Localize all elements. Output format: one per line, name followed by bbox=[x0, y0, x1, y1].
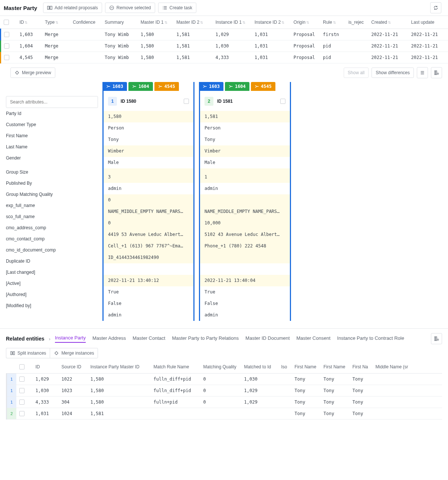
related-tab[interactable]: Instance Party bbox=[55, 335, 86, 343]
cell: Tony bbox=[350, 408, 373, 420]
refresh-button[interactable] bbox=[430, 2, 441, 13]
column-header[interactable]: Master ID 1⇅ bbox=[138, 16, 174, 29]
record-cell: ID_4144334461982490 bbox=[104, 252, 193, 263]
record-cell: Person bbox=[104, 122, 193, 134]
table-row[interactable]: 21,03110241,581TonyTonyTony bbox=[7, 408, 442, 420]
merge-preview-button[interactable]: Merge preview bbox=[10, 68, 55, 78]
record-tab-4545[interactable]: 4545 bbox=[154, 82, 179, 91]
column-header[interactable]: Master ID 2⇅ bbox=[173, 16, 212, 29]
column-header[interactable]: Matched to Id bbox=[241, 361, 278, 374]
related-tab[interactable]: Master Address bbox=[92, 335, 126, 342]
cell: Tony bbox=[292, 385, 321, 397]
column-header[interactable]: Confidence bbox=[70, 16, 102, 29]
cell: Tony bbox=[321, 408, 350, 420]
record-cell: 2022-11-21 13:40:12 bbox=[104, 275, 193, 286]
column-header[interactable]: Last update bbox=[408, 16, 448, 29]
related-tab[interactable]: Master Contact bbox=[133, 335, 165, 342]
column-header[interactable]: Created⇅ bbox=[368, 16, 408, 29]
record-checkbox[interactable] bbox=[280, 99, 285, 104]
column-header[interactable]: First Name bbox=[292, 361, 321, 374]
record-cell: 0 bbox=[104, 217, 193, 229]
record-cell: admin bbox=[200, 183, 290, 194]
record-id-label: ID 1581 bbox=[217, 99, 233, 104]
cell: Proposal bbox=[291, 52, 320, 63]
record-column: 1603160445452ID 15811,581PersonTonyVimbe… bbox=[199, 82, 291, 321]
column-header[interactable]: Instance ID 2⇅ bbox=[252, 16, 291, 29]
cell: Tony Wimb bbox=[102, 52, 138, 63]
column-header[interactable]: Rule⇅ bbox=[320, 16, 346, 29]
attribute-label: cmo_address_comp bbox=[6, 222, 98, 233]
related-tab[interactable]: Instance Party to Contract Role bbox=[337, 335, 404, 342]
record-id-label: ID 1580 bbox=[121, 99, 136, 104]
instance-table: IDSource IDInstance Party Master IDMatch… bbox=[6, 361, 442, 420]
select-all-checkbox[interactable] bbox=[19, 364, 24, 369]
column-header[interactable]: Matching Quality bbox=[200, 361, 241, 374]
table-row[interactable]: 4,545MergeTony Wimb1,5801,5814,3331,031P… bbox=[1, 52, 448, 63]
add-related-proposals-button[interactable]: Add related proposals bbox=[43, 3, 102, 13]
row-checkbox[interactable] bbox=[4, 43, 9, 49]
related-tab[interactable]: Master Consent bbox=[297, 335, 331, 342]
record-tab-4545[interactable]: 4545 bbox=[251, 82, 275, 91]
column-header[interactable] bbox=[7, 361, 16, 374]
record-cell: Tony bbox=[200, 134, 290, 145]
search-attributes-input[interactable] bbox=[6, 96, 98, 108]
column-header[interactable]: Iso bbox=[278, 361, 292, 374]
table-row[interactable]: 11,03010231,580fulln_diff+pid01,029TonyT… bbox=[7, 385, 442, 397]
show-differences-button[interactable]: Show differences bbox=[372, 68, 414, 78]
attribute-label: Last Name bbox=[6, 141, 98, 152]
select-all-checkbox[interactable] bbox=[4, 20, 9, 25]
show-all-button[interactable]: Show all bbox=[344, 68, 369, 78]
column-header[interactable]: is_rejec bbox=[346, 16, 369, 29]
attribute-label: Customer Type bbox=[6, 119, 98, 130]
row-checkbox[interactable] bbox=[19, 411, 24, 416]
column-config-button[interactable] bbox=[431, 67, 442, 78]
record-tab-1603[interactable]: 1603 bbox=[102, 82, 127, 91]
record-tab-1604[interactable]: 1604 bbox=[225, 82, 249, 91]
attribute-label: First Name bbox=[6, 130, 98, 141]
table-row[interactable]: 11,02910221,580fulln_diff+pid01,030TonyT… bbox=[7, 374, 442, 385]
create-task-button[interactable]: Create task bbox=[158, 3, 196, 13]
remove-selected-button[interactable]: Remove selected bbox=[105, 3, 155, 13]
column-header[interactable]: Instance ID 1⇅ bbox=[212, 16, 251, 29]
column-header[interactable]: Match Rule Name bbox=[151, 361, 200, 374]
column-header[interactable]: Summary bbox=[102, 16, 138, 29]
column-header[interactable] bbox=[16, 361, 33, 374]
column-header[interactable]: Origin⇅ bbox=[291, 16, 320, 29]
split-instances-button[interactable]: Split instances bbox=[6, 348, 50, 358]
list-view-button[interactable] bbox=[417, 67, 428, 78]
row-checkbox[interactable] bbox=[4, 55, 9, 60]
column-header[interactable]: Type⇅ bbox=[42, 16, 70, 29]
table-row[interactable]: 1,603MergeTony Wimb1,5801,5811,0291,031P… bbox=[1, 29, 448, 40]
column-header[interactable]: First Na bbox=[350, 361, 373, 374]
top-toolbar: Master Party Add related proposals Remov… bbox=[0, 0, 448, 16]
row-checkbox[interactable] bbox=[19, 400, 24, 405]
record-tab-1604[interactable]: 1604 bbox=[128, 82, 153, 91]
row-checkbox[interactable] bbox=[19, 377, 24, 382]
row-checkbox[interactable] bbox=[4, 32, 9, 37]
row-checkbox[interactable] bbox=[19, 388, 24, 393]
column-header[interactable]: First Name bbox=[321, 361, 350, 374]
settings-icon bbox=[434, 70, 439, 75]
cell: fulln_diff+pid bbox=[151, 374, 200, 385]
column-header[interactable]: ID bbox=[33, 361, 59, 374]
table-row[interactable]: 1,604MergeTony Wimb1,5801,5811,0301,031P… bbox=[1, 40, 448, 52]
column-header[interactable]: Middle Name (sr bbox=[373, 361, 442, 374]
cell: Tony bbox=[321, 385, 350, 397]
sort-icon: ⇅ bbox=[55, 20, 58, 24]
record-tab-1603[interactable]: 1603 bbox=[199, 82, 223, 91]
column-header[interactable]: ID⇅ bbox=[16, 16, 42, 29]
related-config-button[interactable] bbox=[431, 333, 442, 344]
merge-preview-icon bbox=[14, 70, 20, 75]
table-row[interactable]: 14,3333041,580fulln+pid01,029TonyTonyTon… bbox=[7, 397, 442, 408]
record-cell: Vimber bbox=[200, 145, 290, 157]
merge-instances-button[interactable]: Merge instances bbox=[50, 348, 98, 358]
record-checkbox[interactable] bbox=[184, 99, 189, 104]
record-cell: 0 bbox=[104, 194, 193, 206]
show-all-label: Show all bbox=[348, 70, 364, 75]
related-tab[interactable]: Master ID Document bbox=[245, 335, 290, 342]
record-cell: 1 bbox=[200, 168, 290, 183]
column-header[interactable]: Instance Party Master ID bbox=[88, 361, 151, 374]
related-tab[interactable]: Master Party to Party Relations bbox=[172, 335, 239, 342]
column-header[interactable] bbox=[1, 16, 17, 29]
column-header[interactable]: Source ID bbox=[59, 361, 88, 374]
